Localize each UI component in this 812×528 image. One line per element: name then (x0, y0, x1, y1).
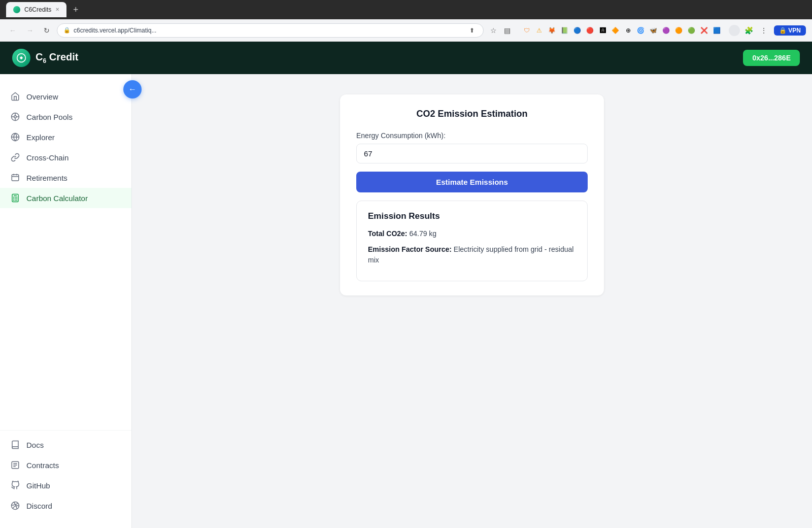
tab-label: C6Credits (24, 6, 51, 13)
bookmark-button[interactable]: ☆ (488, 25, 499, 36)
contracts-icon (10, 460, 20, 470)
active-tab[interactable]: C6Credits ✕ (6, 2, 66, 17)
sidebar-item-retirements[interactable]: Retirements (0, 168, 131, 188)
sidebar-item-explorer[interactable]: Explorer (0, 127, 131, 147)
brand-logo-svg (16, 53, 26, 63)
share-icon[interactable]: ⬆ (467, 25, 477, 36)
co2e-value: 64.79 kg (409, 229, 436, 238)
ext13-icon[interactable]: ❌ (699, 25, 710, 36)
sidebar-nav: Overview Carbon Pools (0, 82, 131, 430)
emission-factor-row: Emission Factor Source: Electricity supp… (368, 244, 576, 266)
sidebar-item-github[interactable]: GitHub (0, 475, 131, 496)
brand-sub: 6 (43, 57, 46, 64)
calculator-icon (10, 193, 20, 203)
sidebar-item-contracts[interactable]: Contracts (0, 455, 131, 475)
content-area: CO2 Emission Estimation Energy Consumpti… (132, 74, 812, 528)
sidebar-item-docs-label: Docs (26, 441, 44, 449)
card-title: CO2 Emission Estimation (356, 109, 588, 119)
vpn-button[interactable]: 🔒 VPN (774, 25, 806, 36)
results-title: Emission Results (368, 211, 576, 221)
profile-button[interactable] (729, 25, 740, 36)
sidebar-back-button[interactable]: ← (123, 80, 142, 98)
ext12-icon[interactable]: 🟢 (686, 25, 697, 36)
factor-label: Emission Factor Source: (368, 245, 452, 253)
sidebar-item-retirements-label: Retirements (26, 174, 67, 182)
ext7-icon[interactable]: ⊕ (623, 25, 634, 36)
brave-shield-icon[interactable]: 🛡 (521, 25, 532, 36)
tab-close-button[interactable]: ✕ (55, 7, 59, 12)
ext9-icon[interactable]: 🦋 (648, 25, 659, 36)
ext14-icon[interactable]: 🟦 (712, 25, 723, 36)
sidebar-item-discord-label: Discord (26, 502, 52, 510)
estimate-emissions-button[interactable]: Estimate Emissions (356, 172, 588, 192)
brand-name: C6 Credit (36, 51, 78, 64)
globe-icon (10, 132, 20, 142)
ext11-icon[interactable]: 🟠 (673, 25, 685, 36)
brave-rewards-icon[interactable]: ⚠ (534, 25, 545, 36)
svg-point-2 (14, 116, 17, 118)
ext3-icon[interactable]: 🔵 (572, 25, 583, 36)
chain-icon (10, 152, 20, 162)
sidebar-bottom: Docs Contracts (0, 430, 131, 520)
content-inner: CO2 Emission Estimation Energy Consumpti… (340, 94, 604, 508)
main-layout: ← Overview (0, 74, 812, 528)
nav-bar: ← → ↻ 🔒 c6credits.vercel.app/Climatiq...… (0, 19, 812, 42)
ext1-icon[interactable]: 🦊 (547, 25, 558, 36)
sidebar-toggle-button[interactable]: ▤ (501, 25, 513, 36)
sidebar-item-carbon-pools-label: Carbon Pools (26, 113, 73, 121)
co2e-label: Total CO2e: (368, 229, 408, 238)
reload-button[interactable]: ↻ (41, 24, 53, 37)
back-button[interactable]: ← (6, 24, 19, 37)
ext6-icon[interactable]: 🔶 (610, 25, 621, 36)
sidebar-item-overview-label: Overview (26, 92, 58, 101)
sidebar-item-carbon-calculator-label: Carbon Calculator (26, 194, 88, 203)
nav-icons: ☆ ▤ (488, 25, 513, 36)
sidebar-item-explorer-label: Explorer (26, 133, 55, 142)
lock-icon: 🔒 (63, 27, 71, 34)
browser-chrome: C6Credits ✕ + (0, 0, 812, 19)
app-wrapper: C6 Credit 0x26...286E ← Overview (0, 42, 812, 528)
sidebar-item-github-label: GitHub (26, 481, 50, 490)
discord-icon (10, 501, 20, 511)
github-icon (10, 480, 20, 490)
extensions-button[interactable]: 🧩 (742, 25, 756, 36)
docs-icon (10, 440, 20, 450)
sidebar-item-carbon-calculator[interactable]: Carbon Calculator (0, 188, 131, 208)
sidebar-item-carbon-pools[interactable]: Carbon Pools (0, 107, 131, 127)
url-text: c6credits.vercel.app/Climatiq... (74, 27, 464, 34)
app-header: C6 Credit 0x26...286E (0, 42, 812, 74)
sidebar-item-cross-chain[interactable]: Cross-Chain (0, 147, 131, 168)
tab-bar: C6Credits ✕ + (6, 2, 83, 17)
emission-estimation-card: CO2 Emission Estimation Energy Consumpti… (340, 94, 604, 295)
wallet-button[interactable]: 0x26...286E (743, 50, 800, 66)
tab-favicon (13, 6, 20, 13)
energy-label: Energy Consumption (kWh): (356, 131, 588, 140)
sidebar-item-docs[interactable]: Docs (0, 435, 131, 455)
url-bar[interactable]: 🔒 c6credits.vercel.app/Climatiq... ⬆ (57, 23, 484, 38)
svg-rect-9 (12, 175, 19, 181)
sidebar-item-cross-chain-label: Cross-Chain (26, 153, 69, 162)
carbon-pools-icon (10, 112, 20, 122)
ext5-icon[interactable]: 🅰 (597, 25, 608, 36)
extension-icons: 🛡 ⚠ 🦊 📗 🔵 🔴 🅰 🔶 ⊕ 🌀 🦋 🟣 🟠 🟢 ❌ 🟦 (521, 25, 723, 36)
home-icon (10, 91, 20, 102)
sidebar: ← Overview (0, 74, 132, 528)
ext8-icon[interactable]: 🌀 (635, 25, 647, 36)
emission-results-card: Emission Results Total CO2e: 64.79 kg Em… (356, 201, 588, 281)
ext4-icon[interactable]: 🔴 (585, 25, 596, 36)
sidebar-item-contracts-label: Contracts (26, 461, 59, 470)
settings-button[interactable]: ⋮ (758, 25, 770, 36)
ext2-icon[interactable]: 📗 (559, 25, 570, 36)
brand-logo (12, 49, 30, 67)
retirements-icon (10, 173, 20, 183)
ext10-icon[interactable]: 🟣 (661, 25, 672, 36)
total-co2e-row: Total CO2e: 64.79 kg (368, 228, 576, 239)
new-tab-button[interactable]: + (69, 3, 83, 17)
brand: C6 Credit (12, 49, 78, 67)
energy-input[interactable] (356, 144, 588, 163)
sidebar-item-overview[interactable]: Overview (0, 86, 131, 107)
forward-button[interactable]: → (23, 24, 37, 37)
sidebar-item-discord[interactable]: Discord (0, 496, 131, 516)
